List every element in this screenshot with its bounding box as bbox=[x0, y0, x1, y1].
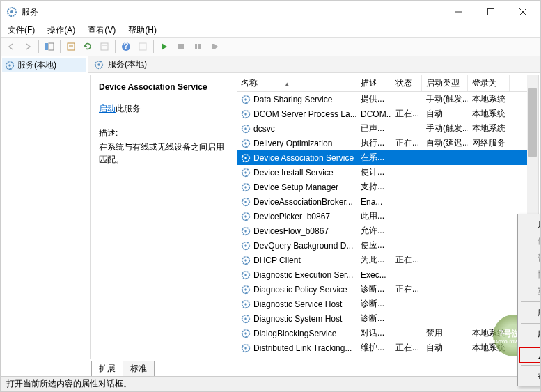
menu-help[interactable]: 帮助(H) bbox=[519, 368, 541, 384]
column-description[interactable]: 描述 bbox=[356, 75, 391, 91]
toolbar-separator bbox=[115, 40, 116, 53]
cell-desc: 诊断... bbox=[356, 298, 391, 310]
cell-logon: 本地系统 bbox=[468, 93, 510, 105]
properties-button[interactable] bbox=[97, 39, 112, 54]
cell-desc: Ena... bbox=[356, 197, 391, 207]
menu-action[interactable]: 操作(A) bbox=[45, 24, 78, 37]
status-bar: 打开当前所选内容的属性对话框。 bbox=[1, 376, 540, 391]
cell-desc: 已声... bbox=[356, 123, 391, 134]
cell-status: 正在... bbox=[391, 342, 422, 354]
cell-name: DHCP Client bbox=[237, 256, 356, 265]
cell-desc: 使应... bbox=[356, 240, 391, 251]
gear-icon bbox=[241, 124, 251, 134]
tab-extended[interactable]: 扩展 bbox=[91, 361, 123, 376]
service-row[interactable]: Device Install Service使计... bbox=[237, 165, 538, 180]
svg-text:?: ? bbox=[123, 42, 128, 51]
menu-separator bbox=[521, 301, 541, 302]
svg-point-53 bbox=[244, 303, 247, 306]
cell-desc: 为此... bbox=[356, 254, 391, 266]
scrollbar-thumb[interactable] bbox=[528, 88, 537, 157]
cell-startup: 自动 bbox=[422, 108, 468, 120]
cell-name: DevicesFlow_b0867 bbox=[237, 226, 356, 236]
pause-service-button[interactable] bbox=[190, 39, 205, 54]
cell-name: Data Sharing Service bbox=[237, 95, 356, 104]
service-row[interactable]: Diagnostic Policy Service诊断...正在... bbox=[237, 282, 538, 297]
column-logon-as[interactable]: 登录为 bbox=[468, 75, 510, 91]
menu-stop[interactable]: 停止(O) bbox=[519, 233, 541, 249]
menu-pause[interactable]: 暂停(U) bbox=[519, 249, 541, 266]
tab-standard[interactable]: 标准 bbox=[123, 361, 155, 376]
stop-service-button[interactable] bbox=[173, 39, 189, 54]
menu-view[interactable]: 查看(V) bbox=[85, 24, 118, 37]
restart-service-button[interactable] bbox=[207, 39, 222, 54]
gear-icon bbox=[241, 241, 251, 251]
service-row[interactable]: DevQuery Background D...使应... bbox=[237, 238, 538, 253]
service-row[interactable]: DeviceAssociationBroker...Ena... bbox=[237, 194, 538, 209]
service-row[interactable]: Device Setup Manager支持... bbox=[237, 180, 538, 194]
main-content: 服务(本地) 服务(本地) Device Association Service… bbox=[1, 56, 540, 376]
start-service-link[interactable]: 启动 bbox=[99, 104, 116, 113]
start-service-button[interactable] bbox=[157, 39, 172, 54]
gear-icon bbox=[241, 285, 251, 295]
service-row[interactable]: DevicePicker_b0867此用... bbox=[237, 209, 538, 224]
cell-desc: 支持... bbox=[356, 181, 391, 193]
svg-point-59 bbox=[244, 347, 247, 350]
cell-name: DevicePicker_b0867 bbox=[237, 212, 356, 221]
service-row[interactable]: Distributed Link Tracking...维护...正在...自动… bbox=[237, 340, 538, 355]
help-button[interactable]: ? bbox=[118, 39, 134, 54]
service-row[interactable]: Diagnostic System Host诊断... bbox=[237, 311, 538, 326]
column-status[interactable]: 状态 bbox=[391, 75, 422, 91]
gear-icon bbox=[241, 226, 251, 236]
service-row[interactable]: Delivery Optimization执行...正在...自动(延迟...网… bbox=[237, 136, 538, 150]
menu-refresh[interactable]: 刷新(F) bbox=[519, 326, 541, 343]
forward-button[interactable] bbox=[20, 39, 36, 54]
service-row[interactable]: Diagnostic Service Host诊断... bbox=[237, 297, 538, 311]
right-panel: 服务(本地) Device Association Service 启动此服务 … bbox=[88, 56, 540, 376]
service-row[interactable]: dcsvc已声...手动(触发...本地系统 bbox=[237, 121, 538, 136]
service-row[interactable]: DialogBlockingService对话...禁用本地系统 bbox=[237, 326, 538, 340]
refresh-button[interactable] bbox=[80, 39, 95, 54]
service-row[interactable]: DHCP Client为此...正在... bbox=[237, 253, 538, 267]
cell-name: dcsvc bbox=[237, 124, 356, 134]
svg-point-27 bbox=[244, 113, 247, 116]
menu-resume[interactable]: 恢复(M) bbox=[519, 266, 541, 283]
service-row[interactable]: DCOM Server Process La...DCOM...正在...自动本… bbox=[237, 107, 538, 121]
menu-restart[interactable]: 重新启动(E) bbox=[519, 283, 541, 299]
menu-properties[interactable]: 属性(R) bbox=[519, 347, 541, 363]
service-row[interactable]: Diagnostic Execution Ser...Exec... bbox=[237, 267, 538, 282]
svg-point-33 bbox=[244, 157, 247, 159]
maximize-button[interactable] bbox=[475, 1, 507, 22]
menu-file[interactable]: 文件(F) bbox=[5, 24, 38, 37]
tree-node-services-local[interactable]: 服务(本地) bbox=[2, 58, 86, 72]
column-name[interactable]: 名称▴ bbox=[237, 75, 356, 91]
menu-all-tasks[interactable]: 所有任务(K)▸ bbox=[519, 304, 541, 321]
gear-icon bbox=[241, 212, 251, 221]
gear-icon bbox=[241, 109, 251, 119]
close-button[interactable] bbox=[507, 1, 539, 22]
export-list-button[interactable] bbox=[63, 39, 79, 54]
status-text: 打开当前所选内容的属性对话框。 bbox=[6, 378, 132, 390]
cell-name: Diagnostic Policy Service bbox=[237, 285, 356, 295]
gear-icon bbox=[241, 182, 251, 192]
column-startup-type[interactable]: 启动类型 bbox=[422, 75, 468, 91]
tree-node-label: 服务(本地) bbox=[17, 59, 56, 71]
service-row[interactable]: Data Sharing Service提供...手动(触发...本地系统 bbox=[237, 92, 538, 107]
service-row[interactable]: Device Association Service在系... bbox=[237, 150, 538, 165]
back-button[interactable] bbox=[3, 39, 19, 54]
cell-status: 正在... bbox=[391, 254, 422, 266]
minimize-button[interactable] bbox=[443, 1, 475, 22]
show-hide-tree-button[interactable] bbox=[42, 39, 57, 54]
cell-desc: 诊断... bbox=[356, 283, 391, 295]
cell-startup: 自动 bbox=[422, 342, 468, 354]
service-row[interactable]: DevicesFlow_b0867允许... bbox=[237, 224, 538, 238]
cell-logon: 本地系统 bbox=[468, 108, 510, 120]
svg-rect-11 bbox=[101, 43, 108, 50]
gear-icon bbox=[94, 60, 104, 70]
description-text: 在系统与有线或无线设备之间启用匹配。 bbox=[99, 141, 228, 166]
cell-name: Device Install Service bbox=[237, 168, 356, 178]
unknown-button[interactable] bbox=[135, 39, 150, 54]
menu-help[interactable]: 帮助(H) bbox=[125, 24, 159, 37]
svg-point-25 bbox=[244, 98, 247, 101]
menu-start[interactable]: 启动(S) bbox=[519, 216, 541, 233]
svg-rect-6 bbox=[45, 43, 48, 50]
